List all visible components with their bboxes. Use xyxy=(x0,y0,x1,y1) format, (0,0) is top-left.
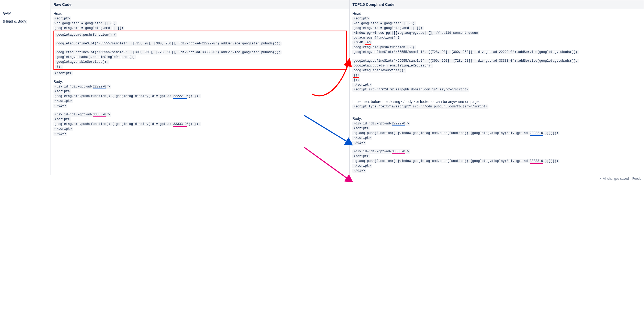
blue-underline: 22222-0 xyxy=(530,131,543,136)
header-tcf-code: TCF2.0 Compliant Code xyxy=(350,0,644,9)
raw-code-line: googletag.defineSlot('/55555/sample2', [… xyxy=(55,50,282,55)
tcf-code-cell: Head: <script> var googletag = googletag… xyxy=(350,9,644,175)
raw-code-line: }); xyxy=(55,65,63,69)
header-empty xyxy=(0,0,51,9)
tcf-code-line: googletag.pubads().enableSingleRequest()… xyxy=(352,64,433,68)
raw-highlighted-block: googletag.cmd.push(function() { googleta… xyxy=(53,31,347,70)
tcf-code-line: </script> xyxy=(352,83,372,87)
tcf-code-line: }); xyxy=(352,78,360,82)
raw-code-line: </script> xyxy=(53,71,73,76)
tcf-code-line: </script> xyxy=(352,136,372,140)
raw-code-line: var googletag = googletag || {}; xyxy=(53,21,117,26)
tcf-code-line: <script src="//m2d.m2.ai/pghb.domain.com… xyxy=(352,87,469,92)
raw-code-line: googletag.cmd.push(function() { googleta… xyxy=(53,94,201,98)
tcf-code-line: </script> xyxy=(352,164,372,168)
raw-code-line: </div> xyxy=(53,132,67,136)
saved-status: All changes saved xyxy=(603,177,629,181)
raw-code-cell: Head: <script> var googletag = googletag… xyxy=(51,9,350,175)
tcf-code-line: <script type="text/javascript" src="//cd… xyxy=(352,104,488,109)
tcf-head-label: Head: xyxy=(352,11,641,16)
raw-code-line: <div id='div-gpt-ad-22222-0'> xyxy=(53,85,111,89)
raw-code-line: googletag.cmd.push(function() { googleta… xyxy=(53,122,201,126)
tcf-note: Implement before the closing </body> or … xyxy=(352,99,641,104)
feedback-link[interactable]: Feedb xyxy=(632,177,641,181)
tcf-body-label: Body: xyxy=(352,116,641,121)
status-bar: ✓All changes saved Feedb xyxy=(0,175,644,182)
code-comparison-table: Raw Code TCF2.0 Compliant Code GAM (Head… xyxy=(0,0,644,175)
row-label-headbody: (Head & Body) xyxy=(3,19,48,23)
row-label-gam: GAM xyxy=(3,11,48,15)
raw-code-line: googletag.enableServices(); xyxy=(55,60,109,64)
raw-body-label: Body: xyxy=(53,79,347,84)
tcf-code-line: </div> xyxy=(352,141,366,145)
blue-underline: 22222-0 xyxy=(173,94,186,99)
raw-code-line: <script> xyxy=(53,16,71,21)
tcf-code-line: googletag.cmd.push(function () { xyxy=(352,45,416,49)
header-raw-code: Raw Code xyxy=(51,0,350,9)
tcf-code-line: <div id='div-gpt-ad-22222-0'> xyxy=(352,122,410,126)
raw-code-line: googletag.defineSlot('/55555/sample1', [… xyxy=(55,41,282,46)
tcf-code-line: pg.acq.push(function() { xyxy=(352,36,400,40)
blue-underline: 22222-0 xyxy=(392,122,405,126)
raw-code-line: <div id='div-gpt-ad-33333-0'> xyxy=(53,112,111,117)
tcf-code-line: pg.acq.push(function() {window.googletag… xyxy=(352,159,559,163)
tcf-code-line: //GAM Tag xyxy=(352,40,372,45)
tcf-code-line: var googletag = googletag || {}; xyxy=(352,21,416,26)
raw-code-line: </div> xyxy=(53,104,67,108)
raw-code-line: googletag.cmd = googletag.cmd || []; xyxy=(53,26,124,30)
raw-code-line: googletag.cmd.push(function() { xyxy=(55,33,117,37)
tcf-code-line: <script> xyxy=(352,154,370,158)
pink-underline: 33333-0 xyxy=(530,159,543,164)
tcf-code-line: }); xyxy=(352,73,360,77)
row-label-cell: GAM (Head & Body) xyxy=(0,9,51,175)
raw-code-line: </script> xyxy=(53,99,73,103)
pink-underline: 33333-0 xyxy=(392,150,405,154)
tcf-code-line: googletag.defineSlot('/55555/sample1', [… xyxy=(352,50,579,54)
pink-underline: 33333-0 xyxy=(93,113,106,117)
pink-underline: 33333-0 xyxy=(173,122,186,127)
tcf-code-line: </div> xyxy=(352,169,366,173)
blue-underline: 22222-0 xyxy=(93,85,106,89)
tcf-code-line: <script> xyxy=(352,126,370,131)
raw-code-line: </script> xyxy=(53,127,73,131)
raw-code-line: <script> xyxy=(53,89,71,94)
tcf-code-line: window.pg=window.pg||[];pg.acq=pg.acq||[… xyxy=(352,31,479,35)
check-icon: ✓ xyxy=(599,177,602,181)
tcf-code-line: googletag.enableServices(); xyxy=(352,68,406,73)
tcf-code-line: <div id='div-gpt-ad-33333-0'> xyxy=(352,149,410,154)
tcf-code-line: googletag.cmd = googletag.cmd || []; xyxy=(352,26,423,30)
tcf-code-line: pg.acq.push(function() {window.googletag… xyxy=(352,131,559,135)
raw-code-line: googletag.pubads().enableSingleRequest()… xyxy=(55,55,136,59)
tcf-code-line: googletag.defineSlot('/55555/sample2', [… xyxy=(352,59,579,63)
raw-head-label: Head: xyxy=(53,11,347,16)
raw-code-line: <script> xyxy=(53,117,71,122)
tcf-code-line: <script> xyxy=(352,16,370,21)
